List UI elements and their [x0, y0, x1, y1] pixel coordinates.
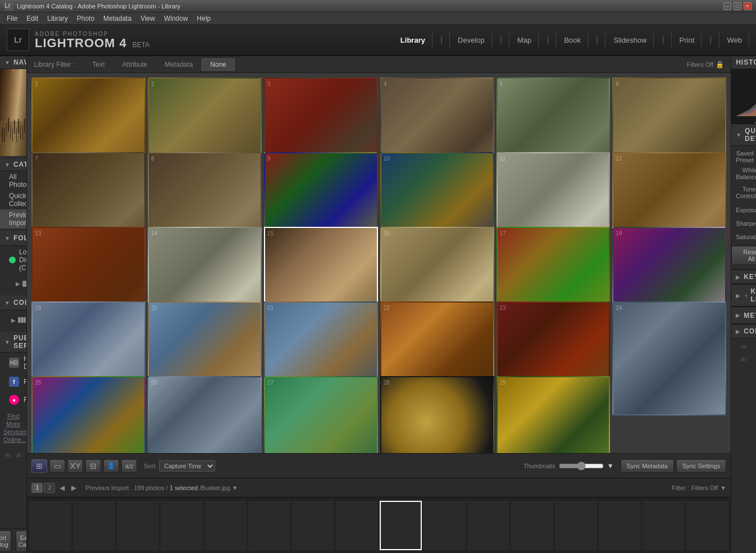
filter-text[interactable]: Text [84, 58, 113, 71]
previous-import-label: Previous Import [9, 211, 27, 227]
find-more-services[interactable]: Find More Services Online... [0, 409, 26, 447]
sharpening-label: Sharpening [736, 220, 756, 227]
catalog-arrow: ▼ [4, 162, 10, 168]
menu-view[interactable]: View [136, 13, 160, 24]
minimize-button[interactable]: ─ [723, 2, 731, 10]
quick-develop-header[interactable]: ▼ Quick Develop ◀ [731, 124, 756, 146]
page-2-button[interactable]: 2 [44, 483, 55, 493]
maximize-button[interactable]: □ [734, 2, 741, 10]
film-thumb-10[interactable] [423, 501, 466, 550]
filter-bar: Library Filter : Text Attribute Metadata… [27, 56, 731, 73]
import-catalog-button[interactable]: Import Catalog [0, 531, 11, 552]
left-bottom-buttons: Import Catalog Export Catalog [0, 528, 26, 553]
folders-header[interactable]: ▼ Folders + [0, 231, 26, 246]
filter-metadata[interactable]: Metadata [156, 58, 201, 71]
navigator-header[interactable]: ▼ Navigator FIT FILL 1:1 3:1 [0, 56, 26, 69]
film-thumb-15[interactable] [643, 501, 685, 550]
grid-view-button[interactable]: ⊞ [31, 459, 47, 473]
photo-29[interactable]: 29 [497, 376, 611, 453]
catalog-quick-collection[interactable]: Quick Collection + 0 [0, 190, 26, 209]
film-thumb-2[interactable] [73, 501, 115, 550]
page-1-button[interactable]: 1 [31, 483, 43, 493]
smart-collections-item[interactable]: ▶ Smart Collections [0, 310, 26, 330]
catalog-header[interactable]: ▼ Catalog [0, 158, 26, 171]
menu-window[interactable]: Window [160, 13, 193, 24]
loupe-view-button[interactable]: ▭ [49, 459, 65, 473]
tab-slideshow[interactable]: Slideshow [607, 33, 654, 48]
thumbnails-dropdown-icon[interactable]: ▼ [607, 462, 614, 470]
sort-select[interactable]: Capture Time Added Order Edit Time Edit … [159, 460, 215, 472]
tab-library[interactable]: Library [394, 33, 432, 48]
reset-all-button[interactable]: Reset All [731, 246, 756, 265]
film-thumb-16[interactable] [686, 501, 728, 550]
facebook-icon: f [9, 377, 19, 387]
nav-prev-icon[interactable]: ◀ [57, 484, 67, 492]
tab-develop[interactable]: Develop [451, 33, 492, 48]
filter-expand-icon[interactable]: ▼ [720, 485, 726, 491]
catalog-previous-import[interactable]: Previous Import 199 [0, 209, 26, 228]
people-view-button[interactable]: 👤 [103, 459, 119, 473]
menubar: File Edit Library Photo Metadata View Wi… [0, 12, 756, 25]
photo-24[interactable]: 24 [612, 301, 726, 415]
thumbnails-slider[interactable] [559, 461, 604, 470]
menu-photo[interactable]: Photo [72, 13, 99, 24]
film-thumb-3[interactable] [117, 501, 159, 550]
keyword-list-plus[interactable]: + [744, 291, 748, 300]
film-thumb-5[interactable] [204, 501, 247, 550]
film-thumb-9[interactable] [380, 501, 422, 550]
film-thumb-4[interactable] [161, 501, 203, 550]
photo-27[interactable]: 27 [264, 376, 378, 453]
film-thumb-7[interactable] [292, 501, 334, 550]
export-catalog-button[interactable]: Export Catalog [16, 531, 28, 552]
sync-settings-button[interactable]: Sync Settings [676, 459, 726, 473]
film-thumb-1[interactable] [29, 501, 71, 550]
collections-header[interactable]: ▼ Collections + [0, 295, 26, 310]
tab-map[interactable]: Map [511, 33, 539, 48]
photo-28[interactable]: 28 [380, 376, 494, 453]
close-button[interactable]: ✕ [744, 2, 752, 10]
local-disk-item[interactable]: Local Disk (C:) 548 / 735 GB ▼ [0, 246, 26, 274]
slide-shows-folder[interactable]: ▶ Slide Shows 199 [0, 274, 26, 293]
sort-direction-button[interactable]: a/z [121, 459, 137, 473]
film-thumb-8[interactable] [336, 501, 378, 550]
filter-none[interactable]: None [202, 58, 235, 71]
photo-25[interactable]: 25 [31, 376, 145, 453]
tab-print[interactable]: Print [673, 33, 702, 48]
film-thumb-6[interactable] [248, 501, 290, 550]
menu-library[interactable]: Library [43, 13, 72, 24]
tab-web[interactable]: Web [721, 33, 750, 48]
film-thumb-14[interactable] [599, 501, 641, 550]
film-thumb-12[interactable] [511, 501, 553, 550]
menu-edit[interactable]: Edit [22, 13, 43, 24]
compare-view-button[interactable]: XY [67, 459, 83, 473]
film-thumb-11[interactable] [467, 501, 509, 550]
exposure-label: Exposure [736, 207, 756, 213]
facebook-service[interactable]: f Facebook Set Up... [0, 373, 26, 391]
sync-metadata-button[interactable]: Sync Metadata [621, 459, 674, 473]
catalog-all-photographs[interactable]: All Photographs 199 [0, 171, 26, 190]
flickr-service[interactable]: ● Flickr Set Up... [0, 391, 26, 409]
photo-26[interactable]: 26 [148, 376, 262, 453]
survey-view-button[interactable]: ⊟ [85, 459, 101, 473]
filters-status: Filters Off 🔒 [687, 61, 724, 68]
menu-file[interactable]: File [2, 13, 22, 24]
tone-control-row: Tone Control Auto Tone [731, 182, 756, 203]
nav-tabs: Library | Develop | Map | Book | Slidesh… [394, 31, 749, 48]
filename-dropdown[interactable]: ▼ [232, 485, 238, 491]
keyword-list-header[interactable]: ▶ + Keyword List ◀ [731, 284, 756, 307]
publish-services-header[interactable]: ▼ Publish Services + [0, 332, 26, 353]
menu-metadata[interactable]: Metadata [99, 13, 136, 24]
sort-area: Sort: Capture Time Added Order Edit Time… [144, 460, 215, 472]
histogram-header[interactable]: Histogram ▼ [731, 56, 756, 69]
publish-services-arrow: ▼ [4, 339, 10, 345]
menu-help[interactable]: Help [193, 13, 216, 24]
film-thumb-13[interactable] [555, 501, 597, 550]
filter-attribute[interactable]: Attribute [114, 58, 156, 71]
find-more-label[interactable]: Find More Services Online... [3, 413, 27, 443]
metadata-header[interactable]: ▶ Metadata Default ◀ [731, 307, 756, 324]
comments-header[interactable]: ▶ Comments ◀ [731, 324, 756, 339]
nav-next-icon[interactable]: ▶ [69, 484, 79, 492]
hard-drive-service[interactable]: HD Hard Drive Set Up... [0, 353, 26, 373]
keywording-header[interactable]: ▶ Keywording ◀ [731, 269, 756, 284]
tab-book[interactable]: Book [557, 33, 588, 48]
